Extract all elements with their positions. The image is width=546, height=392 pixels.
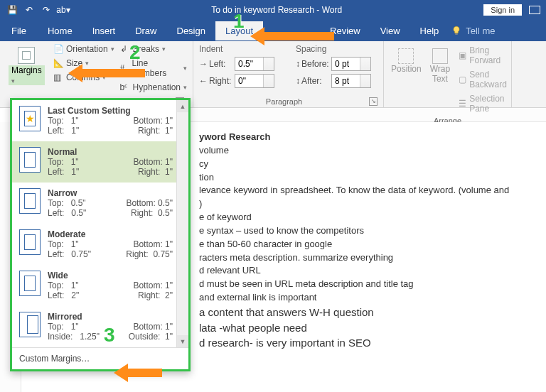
wrap-text-button: Wrap Text [430,48,450,84]
spacing-after-input[interactable]: 8 pt [331,74,371,88]
doc-line: e of keyword [199,211,509,224]
margin-option-name: Last Custom Setting [48,106,173,116]
doc-line: e syntax – used to know the competitors [199,224,509,238]
window-title: To do in keyword Research - Word [70,5,483,15]
scrollbar-down-icon[interactable]: ▼ [177,335,188,347]
margins-label: Margins ▾ [9,65,45,85]
indent-left-input[interactable]: 0.5" [235,57,274,71]
scrollbar[interactable]: ▲ ▼ [176,100,188,347]
redo-icon[interactable]: ↷ [40,4,53,16]
undo-icon[interactable]: ↶ [23,4,36,16]
doc-line: and external link is important [199,291,509,305]
selection-pane-button: ☰Selection Pane [459,94,509,114]
doc-line: d research- is very important in SEO [199,335,509,351]
tab-review[interactable]: Review [320,21,370,40]
margin-thumbnail-icon [19,312,41,337]
margin-thumbnail-icon [19,188,41,214]
columns-button[interactable]: ▥Columns ▾ [53,72,114,82]
doc-line: tion [199,171,509,185]
paragraph-group-label: Paragraph ↘ [199,96,378,106]
tab-file[interactable]: File [0,21,38,40]
margin-option-last-custom-setting[interactable]: Last Custom SettingTop: 1"Bottom: 1"Left… [12,100,188,141]
sign-in-button[interactable]: Sign in [483,4,522,16]
annotation-step-2: 2 [129,41,141,64]
margin-option-name: Normal [48,147,173,157]
margins-dropdown[interactable]: ▲ ▼ Last Custom SettingTop: 1"Bottom: 1"… [10,98,191,371]
doc-line: d must be seen in URL meta description a… [199,278,509,291]
tab-design[interactable]: Design [167,21,215,40]
spacing-before-label: ↕Before: [296,59,328,69]
orientation-button[interactable]: 📄Orientation ▾ [53,44,114,54]
bulb-icon [451,26,461,36]
margins-icon [18,47,35,64]
tab-insert[interactable]: Insert [82,21,126,40]
doc-line: d relevant URL [199,264,509,278]
doc-line: levance keyword in spreadsheet. To know … [199,184,509,197]
svg-rect-0 [456,33,459,35]
indent-right-label: ←Right: [199,76,232,86]
bring-forward-button: ▣Bring Forward [459,45,509,65]
spacing-heading: Spacing [296,44,371,54]
doc-line: cy [199,158,509,171]
margin-option-name: Wide [48,271,173,281]
doc-line: racters meta description. summarize ever… [199,251,509,265]
margin-thumbnail-icon [19,271,41,296]
position-button: Position [391,48,422,74]
ribbon-display-options-icon[interactable] [529,6,540,14]
margin-option-name: Moderate [48,229,173,239]
size-button[interactable]: 📐Size ▾ [53,58,114,68]
margin-option-wide[interactable]: WideTop: 1"Bottom: 1"Left: 2"Right: 2" [12,265,188,306]
tell-me-button[interactable]: Tell me [466,26,495,36]
save-icon[interactable]: 💾 [6,4,18,16]
margin-option-name: Mirrored [48,312,173,322]
dialog-launcher-icon[interactable]: ↘ [369,97,378,106]
margin-thumbnail-icon [19,229,41,255]
doc-line: volume [199,144,509,158]
margins-button[interactable]: Margins ▾ [6,44,48,94]
tab-draw[interactable]: Draw [125,21,166,40]
tab-home[interactable]: Home [38,21,82,40]
margin-thumbnail-icon [19,147,41,173]
doc-line: e than 50-60 character in google [199,238,509,251]
custom-margins-button[interactable]: Custom Margins… [12,347,188,369]
margin-option-normal[interactable]: NormalTop: 1"Bottom: 1"Left: 1"Right: 1" [12,141,188,183]
doc-line: a content that answers W-H question [199,305,509,320]
indent-left-label: →Left: [199,59,232,69]
send-backward-button: ▢Send Backward [459,70,509,89]
margin-option-moderate[interactable]: ModerateTop: 1"Bottom: 1"Left: 0.75"Righ… [12,224,188,265]
indent-right-input[interactable]: 0" [235,74,274,88]
scrollbar-up-icon[interactable]: ▲ [177,100,188,112]
tab-help[interactable]: Help [410,21,449,40]
annotation-step-1: 1 [233,10,245,33]
spacing-after-label: ↕After: [296,76,328,86]
highlighter-icon[interactable]: ab▾ [57,4,70,16]
margin-option-narrow[interactable]: NarrowTop: 0.5"Bottom: 0.5"Left: 0.5"Rig… [12,183,188,224]
indent-heading: Indent [199,44,274,54]
margin-option-mirrored[interactable]: MirroredTop: 1"Bottom: 1"Inside: 1.25"Ou… [12,306,188,347]
doc-line: ) [199,197,509,211]
doc-line: lata -what people need [199,320,509,336]
margin-option-name: Narrow [48,188,173,198]
hyphenation-button[interactable]: bᶜHyphenation ▾ [120,82,187,92]
tab-view[interactable]: View [370,21,410,40]
doc-heading: yword Research [199,131,509,144]
margin-thumbnail-icon [19,106,41,131]
annotation-step-3: 3 [104,324,115,347]
spacing-before-input[interactable]: 0 pt [331,57,371,71]
